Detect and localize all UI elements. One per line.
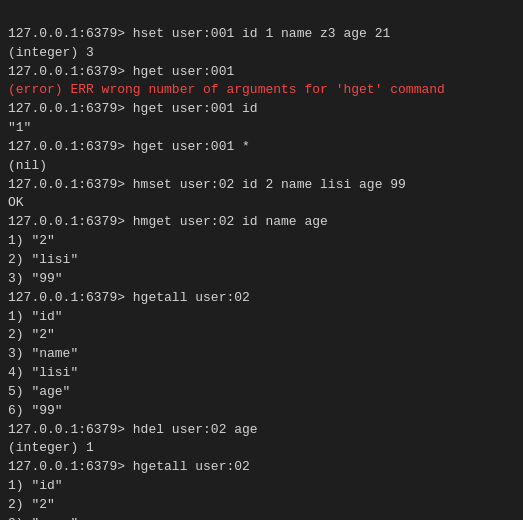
terminal-line-20: 6) "99": [8, 402, 515, 421]
terminal-line-7: (nil): [8, 157, 515, 176]
terminal-line-11: 1) "2": [8, 232, 515, 251]
terminal-line-12: 2) "lisi": [8, 251, 515, 270]
terminal-line-25: 2) "2": [8, 496, 515, 515]
terminal-line-21: 127.0.0.1:6379> hdel user:02 age: [8, 421, 515, 440]
terminal-line-24: 1) "id": [8, 477, 515, 496]
terminal-line-13: 3) "99": [8, 270, 515, 289]
terminal-line-4: 127.0.0.1:6379> hget user:001 id: [8, 100, 515, 119]
terminal-line-19: 5) "age": [8, 383, 515, 402]
terminal-line-14: 127.0.0.1:6379> hgetall user:02: [8, 289, 515, 308]
terminal-line-0: 127.0.0.1:6379> hset user:001 id 1 name …: [8, 25, 515, 44]
terminal-line-2: 127.0.0.1:6379> hget user:001: [8, 63, 515, 82]
terminal-line-17: 3) "name": [8, 345, 515, 364]
terminal-line-18: 4) "lisi": [8, 364, 515, 383]
terminal-line-16: 2) "2": [8, 326, 515, 345]
terminal-line-1: (integer) 3: [8, 44, 515, 63]
terminal-window[interactable]: 127.0.0.1:6379> hset user:001 id 1 name …: [0, 0, 523, 520]
terminal-line-23: 127.0.0.1:6379> hgetall user:02: [8, 458, 515, 477]
terminal-line-6: 127.0.0.1:6379> hget user:001 *: [8, 138, 515, 157]
terminal-line-5: "1": [8, 119, 515, 138]
terminal-line-15: 1) "id": [8, 308, 515, 327]
terminal-line-3: (error) ERR wrong number of arguments fo…: [8, 81, 515, 100]
terminal-line-9: OK: [8, 194, 515, 213]
terminal-line-10: 127.0.0.1:6379> hmget user:02 id name ag…: [8, 213, 515, 232]
terminal-line-22: (integer) 1: [8, 439, 515, 458]
terminal-line-26: 3) "name": [8, 515, 515, 520]
terminal-line-8: 127.0.0.1:6379> hmset user:02 id 2 name …: [8, 176, 515, 195]
